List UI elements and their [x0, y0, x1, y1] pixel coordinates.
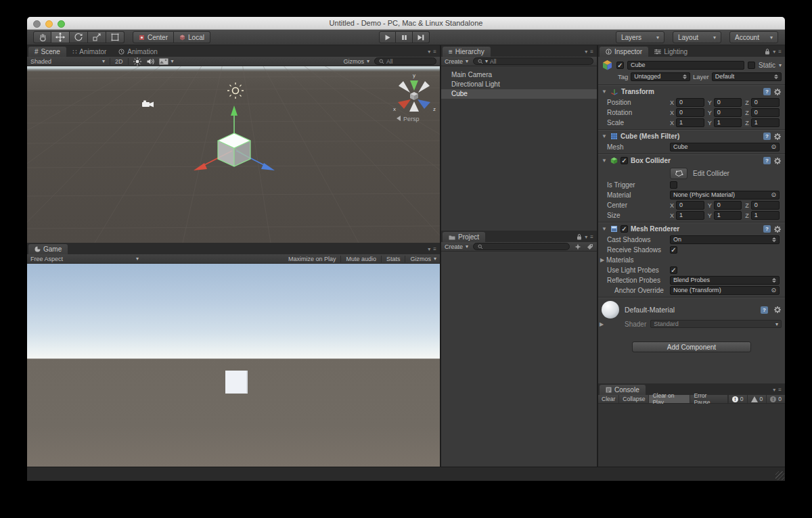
- tab-game[interactable]: Game: [28, 244, 68, 254]
- pivot-local-button[interactable]: Local: [174, 31, 210, 43]
- console-error-pause-button[interactable]: Error Pause: [690, 395, 727, 403]
- tab-animator[interactable]: ∷ Animator: [66, 47, 112, 57]
- step-button[interactable]: [413, 31, 430, 43]
- foldout-open-icon[interactable]: ▼: [602, 226, 608, 232]
- help-icon[interactable]: ?: [761, 306, 768, 314]
- console-collapse-button[interactable]: Collapse: [619, 395, 649, 403]
- layer-dropdown[interactable]: Default: [712, 72, 782, 81]
- center-y-field[interactable]: 0: [714, 201, 742, 210]
- hierarchy-search-input[interactable]: ▾ All: [473, 57, 593, 65]
- tab-animation[interactable]: Animation: [112, 47, 163, 57]
- center-x-field[interactable]: 0: [676, 201, 704, 210]
- static-dropdown-icon[interactable]: ▾: [779, 62, 782, 68]
- maximize-on-play-button[interactable]: Maximize on Play: [288, 256, 336, 262]
- layers-dropdown[interactable]: Layers ▾: [616, 31, 664, 43]
- play-button[interactable]: [379, 31, 396, 43]
- static-checkbox[interactable]: [748, 62, 755, 69]
- favorites-icon[interactable]: [574, 243, 581, 250]
- help-icon[interactable]: ?: [763, 225, 771, 233]
- tag-dropdown[interactable]: Untagged: [631, 72, 690, 81]
- scene-lighting-icon[interactable]: [133, 57, 141, 66]
- aspect-dropdown[interactable]: Free Aspect ▾: [30, 256, 139, 262]
- center-z-field[interactable]: 0: [751, 201, 780, 210]
- foldout-open-icon[interactable]: ▼: [602, 133, 608, 139]
- tab-scene[interactable]: # Scene: [28, 47, 66, 57]
- console-clear-on-play-button[interactable]: Clear on Play: [649, 395, 690, 403]
- anchor-override-field[interactable]: None (Transform) ⊙: [670, 286, 780, 295]
- mesh-object-field[interactable]: Cube ⊙: [670, 143, 780, 151]
- scene-audio-icon[interactable]: [146, 57, 154, 66]
- tab-inspector[interactable]: Inspector: [600, 47, 648, 57]
- hierarchy-create-button[interactable]: Create ▾: [445, 58, 468, 65]
- position-x-field[interactable]: 0: [676, 98, 704, 107]
- object-picker-icon[interactable]: ⊙: [771, 191, 776, 199]
- scene-effects-dropdown[interactable]: ▾: [159, 58, 174, 65]
- active-checkbox[interactable]: ✓: [616, 62, 624, 69]
- shader-dropdown[interactable]: Standard ▾: [650, 320, 782, 328]
- help-icon[interactable]: ?: [763, 157, 771, 164]
- reflection-probes-dropdown[interactable]: Blend Probes: [670, 276, 780, 285]
- console-panel-menu[interactable]: ▾ ≡: [773, 387, 785, 395]
- foldout-closed-icon[interactable]: ▶: [600, 257, 606, 263]
- gear-icon[interactable]: [773, 225, 782, 233]
- tab-lighting[interactable]: Lighting: [648, 47, 694, 57]
- hierarchy-item-main-camera[interactable]: Main Camera: [441, 70, 597, 80]
- scale-y-field[interactable]: 1: [714, 118, 742, 127]
- game-gizmos-dropdown[interactable]: Gizmos ▾: [410, 256, 436, 262]
- rect-tool-button[interactable]: [106, 31, 125, 43]
- inspector-panel-controls[interactable]: ▾ ≡: [765, 48, 785, 57]
- hierarchy-panel-menu[interactable]: ▾ ≡: [585, 49, 597, 57]
- position-y-field[interactable]: 0: [714, 98, 742, 107]
- pivot-center-button[interactable]: Center: [133, 31, 174, 43]
- mesh-renderer-enabled-checkbox[interactable]: ✓: [621, 225, 628, 233]
- object-picker-icon[interactable]: ⊙: [771, 287, 776, 294]
- hierarchy-item-directional-light[interactable]: Directional Light: [441, 80, 597, 89]
- rotation-y-field[interactable]: 0: [714, 108, 742, 117]
- gear-icon[interactable]: [773, 133, 782, 141]
- labels-icon[interactable]: [587, 243, 593, 250]
- foldout-open-icon[interactable]: ▼: [602, 89, 608, 95]
- project-content[interactable]: [441, 252, 597, 467]
- resize-grip[interactable]: [775, 471, 784, 480]
- scene-gizmos-dropdown[interactable]: Gizmos ▾: [343, 58, 369, 65]
- console-clear-button[interactable]: Clear: [598, 395, 619, 403]
- project-create-button[interactable]: Create ▾: [445, 243, 468, 250]
- scene-viewport[interactable]: y x z Persp: [27, 66, 440, 243]
- persp-toggle[interactable]: Persp: [397, 116, 420, 122]
- move-tool-button[interactable]: [51, 31, 70, 43]
- cast-shadows-dropdown[interactable]: On: [670, 235, 780, 244]
- console-error-badge[interactable]: ! 0: [766, 395, 785, 403]
- size-x-field[interactable]: 1: [676, 211, 704, 220]
- tab-project[interactable]: Project: [443, 232, 485, 242]
- tab-console[interactable]: Console: [600, 385, 646, 395]
- pause-button[interactable]: [396, 31, 413, 43]
- size-z-field[interactable]: 1: [751, 211, 780, 220]
- hand-tool-button[interactable]: [33, 31, 51, 43]
- box-collider-enabled-checkbox[interactable]: ✓: [621, 157, 628, 164]
- toggle-2d-button[interactable]: 2D: [115, 58, 123, 65]
- console-warning-badge[interactable]: 0: [747, 395, 767, 403]
- tab-hierarchy[interactable]: ≡ Hierarchy: [443, 47, 491, 57]
- game-viewport[interactable]: [27, 264, 440, 467]
- size-y-field[interactable]: 1: [714, 211, 742, 220]
- edit-collider-button[interactable]: [670, 168, 687, 179]
- project-search-input[interactable]: [473, 243, 570, 250]
- console-info-badge[interactable]: ! 0: [728, 395, 747, 403]
- scale-x-field[interactable]: 1: [676, 118, 704, 127]
- gear-icon[interactable]: [773, 88, 782, 96]
- scene-panel-menu[interactable]: ▾ ≡: [428, 49, 440, 57]
- project-panel-controls[interactable]: ▾ ≡: [577, 233, 597, 242]
- receive-shadows-checkbox[interactable]: ✓: [670, 246, 677, 254]
- scene-cube-selection[interactable]: [194, 105, 275, 170]
- gear-icon[interactable]: [773, 157, 782, 165]
- directional-light-gizmo[interactable]: [227, 83, 244, 99]
- is-trigger-checkbox[interactable]: [670, 181, 677, 189]
- scale-tool-button[interactable]: [88, 31, 106, 43]
- mute-audio-button[interactable]: Mute audio: [346, 256, 376, 262]
- help-icon[interactable]: ?: [763, 88, 771, 95]
- foldout-closed-icon[interactable]: ▶: [600, 321, 606, 327]
- rotate-tool-button[interactable]: [70, 31, 88, 43]
- object-picker-icon[interactable]: ⊙: [771, 143, 776, 151]
- use-light-probes-checkbox[interactable]: ✓: [670, 266, 677, 274]
- rotation-z-field[interactable]: 0: [751, 108, 780, 117]
